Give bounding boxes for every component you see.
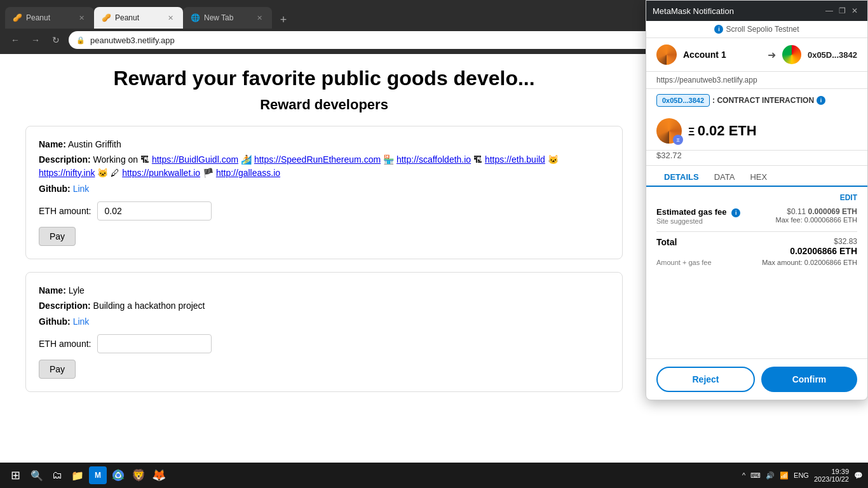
taskbar-icon-metamask[interactable]: 🦊	[150, 466, 168, 484]
mm-divider	[656, 231, 857, 232]
mm-contract-address: 0x05D...3842	[808, 50, 857, 60]
mm-max-amount: Max amount: 0.02006866 ETH	[762, 259, 857, 266]
mm-url: https://peanutweb3.netlify.app	[646, 72, 867, 89]
mm-fee-label: Estimated gas fee i	[656, 207, 740, 217]
developer-card-2: Name: Lyle Description: Building a hacka…	[25, 272, 623, 392]
taskbar-lang: ENG	[794, 471, 809, 479]
mm-account-name: Account 1	[683, 50, 761, 60]
time-display: 19:39	[814, 468, 849, 475]
mm-eth-badge: Ξ	[673, 135, 683, 145]
tab-title-3: New Tab	[204, 13, 250, 22]
buidlguidl-link[interactable]: https://BuidlGuidl.com	[152, 154, 238, 165]
eth-input-1[interactable]	[97, 201, 212, 220]
mm-token-icon: Ξ	[656, 118, 682, 144]
mm-contract-avatar	[782, 45, 801, 64]
mm-amount-text: Ξ 0.02 ETH	[688, 123, 757, 139]
taskbar-icon-brave[interactable]: 🦁	[130, 466, 147, 484]
mm-network-label: i Scroll Sepolio Testnet	[646, 21, 867, 38]
mm-account-avatar	[656, 44, 677, 65]
ethbuild-link[interactable]: https://eth.build	[485, 154, 545, 165]
taskbar-icon-search[interactable]: 🔍	[28, 466, 46, 484]
tab-close-3[interactable]: ✕	[254, 13, 264, 23]
nifty-link[interactable]: https://nifty.ink	[39, 168, 95, 178]
svg-point-2	[116, 473, 120, 477]
taskbar-volume-icon[interactable]: 🔊	[766, 471, 775, 480]
eth-label-2: ETH amount:	[39, 339, 91, 349]
mm-buttons-row: Reject Confirm	[646, 358, 867, 400]
mm-amount-value: 0.02 ETH	[698, 123, 757, 139]
github-link-1[interactable]: Link	[73, 184, 90, 194]
mm-tab-details[interactable]: DETAILS	[656, 168, 707, 187]
mm-amount-row: Ξ Ξ 0.02 ETH	[646, 112, 867, 151]
mm-arrow-icon: ➜	[768, 49, 776, 61]
url-text: peanutweb3.netlify.app	[90, 36, 175, 45]
dev-desc-2: Description: Building a hackathon projec…	[39, 299, 609, 313]
browser-tab-3[interactable]: 🌐 New Tab ✕	[183, 7, 272, 29]
main-content: Reward your favorite public goods develo…	[0, 54, 648, 465]
taskbar: ⊞ 🔍 🗂 📁 M 🦁 🦊 ^ ⌨ 🔊 📶 ENG 19:39 2023/10/…	[0, 463, 868, 488]
eth-input-2[interactable]	[97, 334, 212, 353]
mm-network-info-icon: i	[714, 25, 723, 34]
mm-network-name: Scroll Sepolio Testnet	[726, 25, 799, 34]
mm-contract-interaction-label: : CONTRACT INTERACTION	[712, 96, 814, 105]
taskbar-notification-icon[interactable]: 💬	[854, 471, 863, 480]
mm-site-suggested: Site suggested	[656, 217, 740, 225]
dev-name-2: Name: Lyle	[39, 285, 609, 295]
page-subheader: Reward developers	[25, 97, 623, 113]
mm-total-label: Total	[656, 237, 790, 247]
eth-row-1: ETH amount:	[39, 201, 609, 220]
tab-favicon-1: 🥜	[13, 13, 22, 22]
mm-titlebar: MetaMask Notification — ❐ ✕	[646, 1, 867, 21]
mm-reject-button[interactable]: Reject	[656, 367, 755, 392]
taskbar-keyboard-icon: ⌨	[750, 471, 761, 480]
reload-button[interactable]: ↻	[48, 32, 64, 48]
forward-button[interactable]: →	[28, 32, 43, 48]
taskbar-icon-taskview[interactable]: 🗂	[48, 466, 66, 484]
mm-close-button[interactable]: ✕	[848, 4, 861, 17]
scaffold-link[interactable]: http://scaffoldeth.io	[397, 154, 471, 165]
mm-total-row: Total $32.83 0.02006866 ETH	[656, 237, 857, 256]
mm-fee-right: $0.11 0.000069 ETH Max fee: 0.00006866 E…	[776, 207, 857, 224]
new-tab-button[interactable]: +	[275, 11, 292, 29]
tab-close-1[interactable]: ✕	[76, 13, 86, 23]
dev-github-2: Github: Link	[39, 316, 609, 327]
mm-title: MetaMask Notification	[653, 6, 823, 16]
taskbar-chevron[interactable]: ^	[742, 471, 745, 479]
windows-icon: ⊞	[11, 468, 20, 482]
mm-usd-value: $32.72	[646, 151, 867, 166]
mm-edit-link[interactable]: EDIT	[656, 193, 857, 202]
taskbar-network-icon: 📶	[780, 471, 789, 480]
tab-favicon-3: 🌐	[191, 13, 200, 22]
mm-minimize-button[interactable]: —	[823, 4, 836, 17]
browser-tab-2[interactable]: 🥜 Peanut ✕	[94, 7, 183, 29]
speedrun-link[interactable]: https://SpeedRunEthereum.com	[254, 154, 381, 165]
punk-link[interactable]: https://punkwallet.io	[122, 168, 200, 178]
metamask-notification: MetaMask Notification — ❐ ✕ i Scroll Sep…	[646, 0, 868, 400]
mm-contract-tag-row: 0x05D...3842 : CONTRACT INTERACTION i	[656, 94, 857, 107]
back-button[interactable]: ←	[8, 32, 23, 48]
mm-max-fee: Max fee: 0.00006866 ETH	[776, 216, 857, 224]
browser-tab-1[interactable]: 🥜 Peanut ✕	[5, 7, 94, 29]
mm-tabs: DETAILS DATA HEX	[646, 168, 867, 187]
start-button[interactable]: ⊞	[5, 465, 25, 485]
github-link-2[interactable]: Link	[73, 316, 90, 327]
eth-label-1: ETH amount:	[39, 206, 91, 216]
mm-fee-usd: $0.11 0.000069 ETH	[776, 207, 857, 216]
mm-fee-row: Estimated gas fee i Site suggested $0.11…	[656, 207, 857, 226]
mm-tab-data[interactable]: DATA	[707, 168, 743, 187]
pay-button-2[interactable]: Pay	[39, 360, 76, 379]
taskbar-icon-store[interactable]: M	[89, 466, 107, 484]
tab-close-2[interactable]: ✕	[165, 13, 175, 23]
taskbar-icon-explorer[interactable]: 📁	[69, 466, 86, 484]
taskbar-icon-chrome[interactable]	[109, 466, 127, 484]
tab-title-1: Peanut	[26, 13, 72, 22]
pay-button-1[interactable]: Pay	[39, 227, 76, 246]
mm-maximize-button[interactable]: ❐	[836, 4, 848, 17]
galleass-link[interactable]: http://galleass.io	[216, 168, 280, 178]
mm-tab-hex[interactable]: HEX	[742, 168, 775, 187]
lock-icon: 🔒	[76, 36, 85, 44]
mm-details-panel: EDIT Estimated gas fee i Site suggested …	[646, 187, 867, 358]
dev-name-1: Name: Austin Griffith	[39, 139, 609, 149]
mm-confirm-button[interactable]: Confirm	[761, 367, 857, 392]
mm-total-usd: $32.83	[790, 237, 857, 246]
